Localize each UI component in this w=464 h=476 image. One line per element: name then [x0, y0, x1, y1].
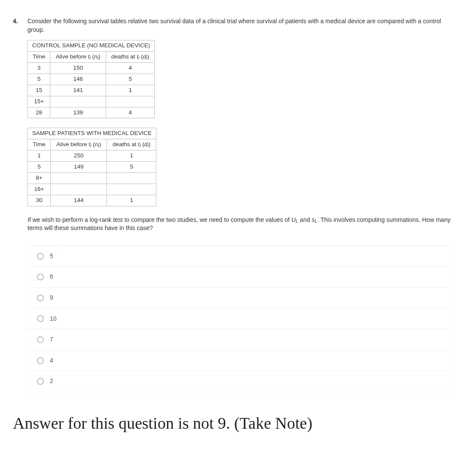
table-row: 12501 — [28, 150, 156, 162]
option-label: 9 — [50, 294, 53, 302]
option-label: 6 — [50, 273, 53, 281]
device-table: SAMPLE PATIENTS WITH MEDICAL DEVICE Time… — [27, 128, 156, 206]
control-table: CONTROL SAMPLE (NO MEDICAL DEVICE) Time … — [27, 40, 155, 118]
question-block: 4. Consider the following survival table… — [13, 17, 451, 392]
option-7[interactable]: 7 — [27, 329, 451, 350]
col-time: Time — [28, 52, 50, 63]
option-label: 10 — [50, 315, 57, 323]
answer-options: 5 6 9 10 7 4 2 — [27, 246, 451, 392]
device-table-title: SAMPLE PATIENTS WITH MEDICAL DEVICE — [28, 128, 156, 139]
radio-icon[interactable] — [37, 295, 44, 301]
option-label: 7 — [50, 335, 53, 344]
footer-note: Answer for this question is not 9. (Take… — [13, 413, 451, 434]
option-5[interactable]: 5 — [27, 246, 451, 267]
col-time: Time — [28, 139, 51, 150]
question-body: Consider the following survival tables r… — [27, 17, 451, 392]
option-label: 4 — [50, 356, 53, 365]
col-alive: Alive before ti (ni) — [51, 139, 107, 150]
followup-text: If we wish to perform a log-rank test to… — [27, 216, 451, 233]
table-row: 301441 — [28, 195, 156, 206]
option-label: 2 — [50, 377, 53, 386]
option-label: 5 — [50, 252, 53, 261]
radio-icon[interactable] — [37, 315, 44, 322]
option-10[interactable]: 10 — [27, 309, 451, 330]
table-row: 151411 — [28, 85, 155, 96]
option-4[interactable]: 4 — [27, 350, 451, 372]
control-table-title: CONTROL SAMPLE (NO MEDICAL DEVICE) — [28, 40, 155, 52]
col-deaths: deaths at ti (di) — [106, 52, 155, 63]
radio-icon[interactable] — [37, 273, 44, 280]
table-row: 15+ — [28, 96, 155, 107]
option-2[interactable]: 2 — [27, 371, 451, 392]
radio-icon[interactable] — [37, 336, 44, 343]
table-row: 51465 — [28, 74, 155, 85]
table-row: 8+ — [28, 172, 156, 184]
col-alive: Alive before ti (ni) — [50, 52, 106, 63]
col-deaths: deaths at ti (di) — [107, 139, 156, 150]
option-9[interactable]: 9 — [27, 288, 451, 309]
radio-icon[interactable] — [37, 357, 44, 364]
table-row: 16+ — [28, 184, 156, 195]
question-number: 4. — [13, 17, 22, 26]
table-row: 281394 — [28, 107, 155, 118]
table-row: 31504 — [28, 62, 155, 74]
radio-icon[interactable] — [37, 253, 44, 260]
table-row: 51495 — [28, 162, 156, 173]
radio-icon[interactable] — [37, 378, 44, 385]
question-prompt: Consider the following survival tables r… — [27, 17, 451, 34]
option-6[interactable]: 6 — [27, 267, 451, 288]
